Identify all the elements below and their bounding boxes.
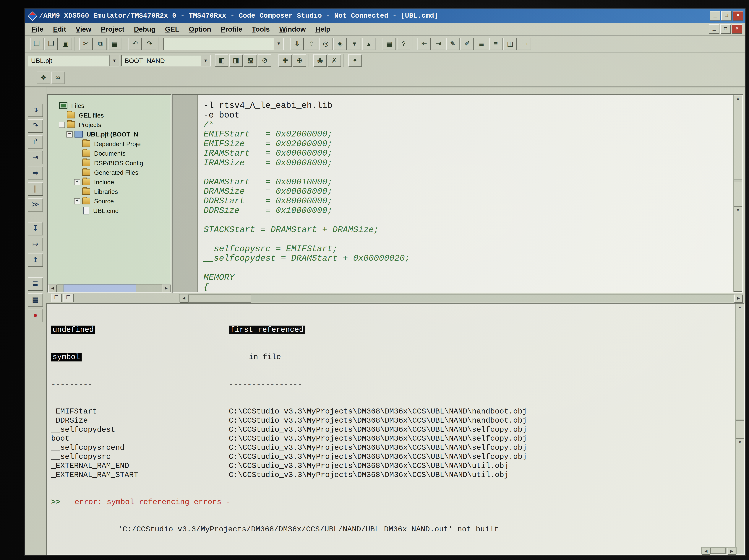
- configuration-combo[interactable]: BOOT_NAND ▼: [121, 55, 211, 66]
- halt-icon[interactable]: ∥: [28, 182, 43, 196]
- child-close-button[interactable]: ×: [732, 24, 742, 34]
- step-out-icon[interactable]: ↱: [28, 135, 43, 149]
- memory-window-icon[interactable]: ▦: [28, 293, 43, 307]
- run-to-cursor-icon[interactable]: ⇥: [28, 151, 43, 164]
- minimize-button[interactable]: _: [710, 11, 721, 20]
- find-previous-icon[interactable]: ⇧: [305, 38, 318, 50]
- find-next-icon[interactable]: ⇩: [290, 38, 304, 50]
- child-restore-button[interactable]: ❐: [721, 24, 731, 34]
- menu-view[interactable]: View: [71, 24, 96, 34]
- bookmark-next-icon[interactable]: ▴: [362, 38, 376, 50]
- menu-window[interactable]: Window: [275, 24, 311, 34]
- tree-item-ubl-cmd[interactable]: UBL.cmd: [51, 206, 170, 215]
- open-file-icon[interactable]: ❐: [44, 38, 58, 50]
- menu-tools[interactable]: Tools: [247, 24, 275, 34]
- tree-item-dsp-bios-config[interactable]: DSP/BIOS Config: [51, 158, 170, 167]
- output-vertical-scrollbar[interactable]: ▲ ▼: [735, 304, 744, 554]
- output-horizontal-scrollbar[interactable]: ◀ ▶: [701, 547, 736, 555]
- stack-window-icon[interactable]: ≣: [28, 277, 43, 291]
- record-icon[interactable]: ●: [28, 309, 43, 322]
- find-text-combo[interactable]: ▼: [163, 38, 284, 50]
- tree-item-documents[interactable]: Documents: [51, 149, 170, 158]
- configuration-combo-dropdown-icon[interactable]: ▼: [200, 55, 210, 66]
- wide-window-icon[interactable]: ▭: [518, 38, 531, 50]
- output-vscroll-thumb[interactable]: [735, 420, 744, 439]
- tree-item-generated-files[interactable]: Generated Files: [51, 168, 170, 177]
- view-list-icon[interactable]: ≣: [475, 38, 488, 50]
- restore-button[interactable]: ❐: [721, 11, 732, 20]
- editor-vscroll-thumb[interactable]: [734, 181, 742, 206]
- animate-icon[interactable]: ≫: [28, 198, 43, 211]
- stop-build-icon[interactable]: ⊘: [258, 54, 272, 67]
- find-combo-dropdown-icon[interactable]: ▼: [274, 38, 283, 50]
- editor-scroll-up-icon[interactable]: ▲: [734, 95, 742, 180]
- output-hscroll-track[interactable]: [726, 547, 727, 554]
- bookmark-toggle-icon[interactable]: ▾: [348, 38, 361, 50]
- clear-probe-points-icon[interactable]: ⊕: [293, 54, 306, 67]
- watch-window-icon[interactable]: ∞: [51, 72, 64, 84]
- split-window-icon[interactable]: ◫: [504, 38, 517, 50]
- workspace-window-icon[interactable]: ❖: [37, 72, 50, 84]
- context-help-icon[interactable]: ?: [397, 38, 410, 50]
- build-output-text[interactable]: undefined first referenced symbol in fil…: [47, 304, 735, 554]
- tree-item-include[interactable]: +Include: [51, 177, 170, 186]
- tree-item-libraries[interactable]: Libraries: [51, 186, 170, 196]
- output-hscroll-thumb[interactable]: [710, 547, 726, 554]
- title-bar[interactable]: /ARM9 XDS560 Emulator/TMS470R2x_0 - TMS4…: [25, 8, 745, 23]
- menu-project[interactable]: Project: [96, 24, 129, 34]
- editor-scroll-down-icon[interactable]: ▼: [734, 207, 742, 292]
- tree-item-ubl-pjt-boot-n[interactable]: −UBL.pjt (BOOT_N: [51, 129, 170, 139]
- editor-horizontal-scrollbar[interactable]: ◀ ▶: [179, 294, 743, 302]
- shift-right-icon[interactable]: ⇥: [432, 38, 445, 50]
- menu-gel[interactable]: GEL: [160, 24, 184, 34]
- compile-file-icon[interactable]: ◧: [215, 54, 228, 67]
- expand-icon[interactable]: +: [74, 179, 80, 185]
- menu-profile[interactable]: Profile: [216, 24, 247, 34]
- view-lines-icon[interactable]: ≡: [489, 38, 502, 50]
- project-combo[interactable]: UBL.pjt ▼: [28, 55, 120, 66]
- save-file-icon[interactable]: ▣: [59, 38, 72, 50]
- project-combo-dropdown-icon[interactable]: ▼: [109, 55, 119, 66]
- tree-item-dependent-proje[interactable]: Dependent Proje: [51, 139, 170, 148]
- asm-step-into-icon[interactable]: ↧: [28, 222, 43, 236]
- menu-help[interactable]: Help: [311, 24, 335, 34]
- run-icon[interactable]: ⇒: [28, 166, 43, 180]
- tree-scroll-right-icon[interactable]: ▶: [162, 285, 171, 293]
- step-into-icon[interactable]: ↴: [28, 104, 43, 117]
- editor-hscroll-track[interactable]: [251, 294, 734, 301]
- undo-icon[interactable]: ↶: [129, 38, 142, 50]
- collapse-icon[interactable]: −: [66, 131, 72, 137]
- redo-icon[interactable]: ↷: [143, 38, 156, 50]
- source-tab-icon[interactable]: ❏: [51, 294, 62, 302]
- code-area[interactable]: -l rtsv4_A_le_eabi_eh.lib-e boot/*EMIFSt…: [198, 95, 733, 292]
- mark-pen-icon[interactable]: ✐: [461, 38, 474, 50]
- editor-scroll-right-icon[interactable]: ▶: [734, 294, 743, 303]
- menu-option[interactable]: Option: [184, 24, 216, 34]
- mark-edit-icon[interactable]: ✎: [446, 38, 459, 50]
- tree-item-projects[interactable]: −Projects: [51, 120, 170, 129]
- incremental-build-icon[interactable]: ◨: [229, 54, 242, 67]
- step-over-icon[interactable]: ↷: [28, 119, 43, 133]
- toggle-probe-point-icon[interactable]: ✚: [278, 54, 292, 67]
- child-minimize-button[interactable]: _: [709, 24, 720, 34]
- output-scroll-up-icon[interactable]: ▲: [735, 304, 744, 419]
- collapse-icon[interactable]: −: [59, 121, 65, 128]
- project-tab-icon[interactable]: ❐: [63, 294, 73, 302]
- new-file-icon[interactable]: ❏: [30, 38, 43, 50]
- copy-icon[interactable]: ⧉: [93, 38, 107, 50]
- close-button[interactable]: ×: [733, 11, 744, 20]
- tree-item-gel-files[interactable]: GEL files: [51, 110, 170, 120]
- clear-breakpoints-icon[interactable]: ✗: [328, 54, 341, 67]
- menu-edit[interactable]: Edit: [48, 24, 71, 34]
- asm-step-out-icon[interactable]: ↥: [28, 253, 43, 267]
- output-scroll-right-icon[interactable]: ▶: [727, 547, 736, 555]
- editor-vertical-scrollbar[interactable]: ▲ ▼: [733, 95, 742, 292]
- tree-item-files[interactable]: Files: [51, 101, 170, 110]
- tree-scroll-track[interactable]: [136, 285, 162, 292]
- shift-left-icon[interactable]: ⇤: [418, 38, 431, 50]
- find-in-files-icon[interactable]: ◈: [334, 38, 347, 50]
- tree-item-source[interactable]: +Source: [51, 196, 170, 206]
- find-word-icon[interactable]: ◎: [319, 38, 333, 50]
- expand-icon[interactable]: +: [74, 198, 80, 204]
- menu-file[interactable]: File: [27, 24, 48, 34]
